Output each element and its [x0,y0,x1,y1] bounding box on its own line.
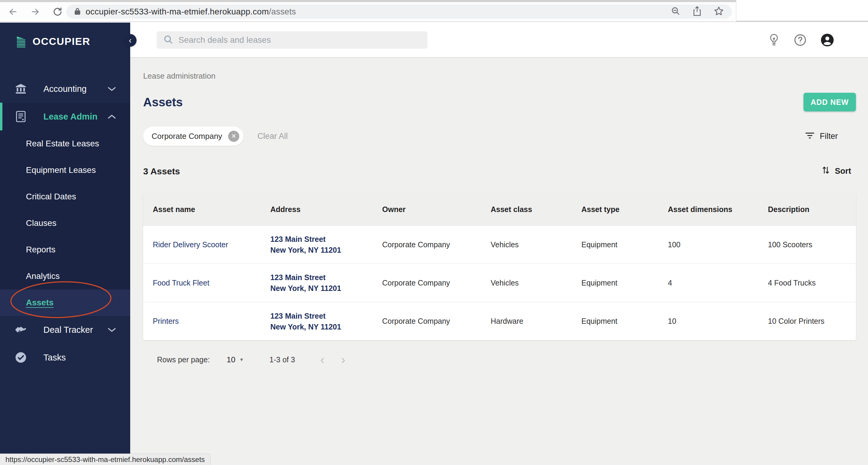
sidebar-item-lease-admin[interactable]: Lease Admin [0,103,130,130]
add-new-button[interactable]: ADD NEW [804,93,856,111]
search-input[interactable] [179,35,421,45]
asset-owner: Corporate Company [373,278,481,287]
sidebar: OCCUPIER ‹ Accounting Lease Admin Real E… [0,23,130,465]
sidebar-item-accounting[interactable]: Accounting [0,75,130,103]
asset-type: Equipment [572,317,658,326]
asset-class: Hardware [481,317,572,326]
sidebar-item-equipment-leases[interactable]: Equipment Leases [0,157,130,184]
sidebar-collapse-button[interactable]: ‹ [124,34,136,47]
link-status-bar: https://occupier-sc5533-with-ma-etmief.h… [0,454,211,465]
asset-description: 10 Color Printers [758,317,856,326]
sort-arrows-icon [822,166,830,177]
asset-owner: Corporate Company [373,317,481,326]
sidebar-item-label: Deal Tracker [43,325,93,335]
search-box[interactable] [157,31,427,49]
back-icon[interactable] [8,7,18,17]
main-content: Lease administration Assets ADD NEW Corp… [130,58,868,465]
asset-type: Equipment [572,240,658,249]
lightbulb-icon[interactable] [768,33,780,47]
rows-per-page-label: Rows per page: [157,355,210,364]
funnel-icon [805,132,814,141]
browser-toolbar: occupier-sc5533-with-ma-etmief.herokuapp… [0,0,868,22]
asset-address: 123 Main StreetNew York, NY 11201 [261,310,373,332]
asset-dimensions: 4 [658,278,758,287]
assets-table: Asset name Address Owner Asset class Ass… [143,194,856,340]
sidebar-item-real-estate-leases[interactable]: Real Estate Leases [0,130,130,157]
next-page-button[interactable]: › [341,354,345,366]
filter-button[interactable]: Filter [805,132,838,141]
sort-button[interactable]: Sort [822,166,851,177]
column-header-asset-dimensions: Asset dimensions [658,205,758,214]
check-circle-icon [15,352,27,363]
bank-icon [15,84,27,94]
url-bar[interactable]: occupier-sc5533-with-ma-etmief.herokuapp… [66,4,732,19]
sidebar-item-label: Lease Admin [43,112,97,122]
asset-dimensions: 100 [658,240,758,249]
asset-name-link[interactable]: Food Truck Fleet [143,278,261,287]
forward-icon[interactable] [30,7,40,17]
column-header-asset-type: Asset type [572,205,658,214]
asset-count: 3 Assets [143,166,180,176]
page-title: Assets [143,96,183,109]
asset-class: Vehicles [481,278,572,287]
column-header-asset-name: Asset name [143,205,261,214]
zoom-out-icon[interactable] [671,6,681,17]
lock-icon [74,7,81,16]
help-icon[interactable] [794,34,807,46]
logo: OCCUPIER [0,23,130,48]
sidebar-item-clauses[interactable]: Clauses [0,210,130,236]
clear-all-button[interactable]: Clear All [257,132,288,141]
chip-remove-button[interactable]: ✕ [228,131,239,142]
occupier-logo-icon [16,33,26,49]
sidebar-item-critical-dates[interactable]: Critical Dates [0,184,130,210]
bookmark-star-icon[interactable] [714,6,724,18]
pagination-range: 1-3 of 3 [270,355,295,364]
close-icon: ✕ [231,133,237,140]
sidebar-item-analytics[interactable]: Analytics [0,263,130,290]
table-row[interactable]: Food Truck Fleet 123 Main StreetNew York… [143,264,856,302]
lease-admin-submenu: Real Estate Leases Equipment Leases Crit… [0,130,130,316]
asset-dimensions: 10 [658,317,758,326]
chevron-down-icon [107,86,116,92]
table-row[interactable]: Rider Delivery Scooter 123 Main StreetNe… [143,226,856,264]
asset-type: Equipment [572,278,658,287]
table-header-row: Asset name Address Owner Asset class Ass… [143,194,856,226]
sidebar-item-deal-tracker[interactable]: Deal Tracker [0,316,130,344]
asset-class: Vehicles [481,240,572,249]
account-avatar-icon[interactable] [820,33,834,47]
dropdown-caret-icon: ▾ [240,356,243,363]
sidebar-item-label: Accounting [43,84,87,94]
url-text: occupier-sc5533-with-ma-etmief.herokuapp… [86,7,296,16]
share-icon[interactable] [692,6,702,18]
lease-document-icon [15,110,27,123]
search-icon [163,35,173,45]
app-header [130,23,868,58]
sidebar-item-label: Tasks [43,353,66,363]
column-header-owner: Owner [373,205,481,214]
column-header-asset-class: Asset class [481,205,572,214]
asset-description: 4 Food Trucks [758,278,856,287]
asset-name-link[interactable]: Rider Delivery Scooter [143,240,261,249]
filter-chip-corporate-company[interactable]: Corporate Company ✕ [143,127,244,146]
sidebar-item-tasks[interactable]: Tasks [0,344,130,371]
column-header-description: Description [758,205,856,214]
asset-owner: Corporate Company [373,240,481,249]
asset-name-link[interactable]: Printers [143,317,261,326]
asset-description: 100 Scooters [758,240,856,249]
rows-per-page-select[interactable]: 10 ▾ [227,355,243,364]
sidebar-item-reports[interactable]: Reports [0,236,130,263]
asset-address: 123 Main StreetNew York, NY 11201 [261,272,373,294]
asset-address: 123 Main StreetNew York, NY 11201 [261,234,373,255]
sidebar-item-assets[interactable]: Assets [0,290,130,316]
logo-text: OCCUPIER [33,36,90,47]
handshake-icon [15,326,27,334]
chevron-up-icon [107,114,116,119]
table-row[interactable]: Printers 123 Main StreetNew York, NY 112… [143,302,856,340]
chevron-down-icon [107,327,116,332]
pagination: Rows per page: 10 ▾ 1-3 of 3 ‹ › [143,354,856,366]
column-header-address: Address [261,205,373,214]
reload-icon[interactable] [53,7,63,17]
previous-page-button[interactable]: ‹ [320,354,324,366]
chevron-left-icon: ‹ [129,36,131,44]
overlapping-window-corner [736,0,868,22]
